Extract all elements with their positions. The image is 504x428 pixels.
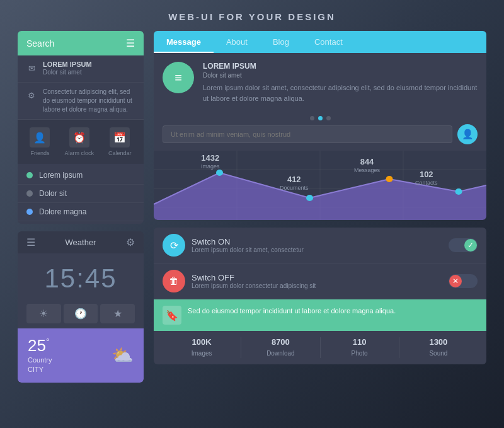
list-item-3[interactable]: Dolore magna — [18, 203, 144, 221]
page-title: WEB-UI FOR YOUR DESIGN — [168, 11, 336, 22]
hamburger-weather-icon[interactable]: ☰ — [26, 236, 35, 248]
list-item-1-text: Lorem ipsum — [39, 171, 83, 180]
message-body: ≡ LOREM IPSUM Dolor sit amet Lorem ipsum… — [154, 53, 486, 112]
weather-header: ☰ Weather ⚙ — [18, 231, 144, 253]
dot-blue — [26, 209, 33, 215]
search-item-2-text: Consectetur adipiscing elit, sed do eius… — [43, 88, 136, 114]
message-content: LOREM IPSUM Dolor sit amet Lorem ipsum d… — [203, 62, 478, 103]
friends-label: Friends — [30, 150, 49, 156]
search-input[interactable] — [163, 125, 452, 143]
stat-sound-num: 1300 — [399, 337, 478, 347]
message-search: 👤 — [163, 124, 478, 144]
search-button[interactable]: 👤 — [457, 124, 478, 144]
dot-1 — [310, 116, 314, 120]
calendar-label: Calendar — [108, 150, 132, 156]
message-dots — [154, 112, 486, 124]
message-tabs: Message About Blog Contact — [154, 31, 486, 53]
stat-photo-num: 110 — [321, 337, 399, 347]
tab-about[interactable]: About — [214, 31, 260, 53]
calendar-icon-col[interactable]: 📅 Calendar — [108, 127, 132, 156]
dot-green — [26, 172, 33, 178]
item-2-subtitle: Consectetur adipiscing elit, sed do eius… — [43, 88, 136, 114]
weather-temp-row: 25° Country CITY ⛅ — [18, 328, 144, 383]
data-point-4 — [455, 188, 462, 195]
stat-sound-label: Sound — [429, 350, 447, 357]
weather-time: 15:45 — [18, 253, 144, 299]
toggle-off-knob: ✕ — [449, 275, 462, 287]
friends-icon: 👤 — [30, 127, 50, 147]
chart-svg — [154, 151, 486, 220]
star-icon[interactable]: ★ — [100, 304, 135, 323]
msg-text: Lorem ipsum dolor sit amet, consectetur … — [203, 83, 478, 103]
stat-download: 8700 Download — [241, 337, 320, 358]
toggle-on[interactable]: ✓ — [449, 238, 478, 252]
search-item-1[interactable]: ✉ LOREM IPSUM Dolor sit amet — [18, 55, 144, 83]
switch-off-icon: 🗑 — [163, 270, 185, 292]
search-items: ✉ LOREM IPSUM Dolor sit amet ⚙ Consectet… — [18, 55, 144, 120]
temp-location: Country CITY — [28, 356, 52, 375]
tab-blog[interactable]: Blog — [260, 31, 302, 53]
dot-3 — [326, 116, 331, 120]
bookmark-icon: 🔖 — [163, 306, 181, 325]
hamburger-icon[interactable]: ☰ — [126, 37, 135, 49]
switch-off-name: Switch OFF — [192, 273, 442, 282]
clock-icon[interactable]: 🕐 — [64, 304, 98, 323]
toggle-on-knob: ✓ — [464, 239, 477, 252]
weather-title: Weather — [66, 238, 96, 247]
data-point-1 — [216, 170, 223, 176]
info-bar: 🔖 Sed do eiusmod tempor incididunt ut la… — [154, 299, 486, 331]
right-column: Message About Blog Contact ≡ LOREM IPSUM… — [154, 31, 486, 383]
list-item-3-text: Dolore magna — [39, 207, 86, 216]
switch-panel: ⟳ Switch ON Lorem ipsum dolor sit amet, … — [154, 228, 486, 364]
icon-row: 👤 Friends ⏰ Alarm clock 📅 Calendar — [18, 120, 144, 164]
weather-panel: ☰ Weather ⚙ 15:45 ☀ 🕐 ★ 25° Country CITY — [18, 231, 144, 383]
message-avatar: ≡ — [163, 62, 194, 93]
switch-on-info: Switch ON Lorem ipsum dolor sit amet, co… — [192, 237, 442, 253]
search-item-1-text: LOREM IPSUM Dolor sit amet — [43, 61, 92, 77]
friends-icon-col[interactable]: 👤 Friends — [30, 127, 50, 156]
puzzle-icon: ⚙ — [25, 89, 38, 101]
alarm-label: Alarm clock — [64, 150, 94, 156]
item-1-title: LOREM IPSUM — [43, 61, 92, 68]
switch-off-desc: Lorem ipsum dolor consectetur adipiscing… — [192, 282, 442, 289]
chart-area: 1432 Images 412 Documents 844 Messages 1… — [154, 151, 486, 220]
switch-on-name: Switch ON — [192, 237, 442, 246]
alarm-icon-col[interactable]: ⏰ Alarm clock — [64, 127, 94, 156]
stat-sound: 1300 Sound — [399, 337, 478, 358]
temp-display: 25° Country CITY — [28, 336, 52, 375]
temp-number: 25° — [28, 336, 50, 355]
stat-download-num: 8700 — [241, 337, 319, 347]
dot-gray — [26, 190, 33, 197]
tab-message[interactable]: Message — [154, 31, 214, 53]
tab-contact[interactable]: Contact — [302, 31, 355, 53]
switch-on-icon: ⟳ — [163, 234, 185, 257]
stat-images-label: Images — [192, 350, 212, 357]
sun-icon[interactable]: ☀ — [26, 304, 61, 323]
list-item-2[interactable]: Dolor sit — [18, 185, 144, 203]
list-items: Lorem ipsum Dolor sit Dolore magna — [18, 164, 144, 224]
list-item-2-text: Dolor sit — [39, 189, 67, 198]
switch-on-desc: Lorem ipsum dolor sit amet, consectetur — [192, 246, 442, 253]
message-panel: Message About Blog Contact ≡ LOREM IPSUM… — [154, 31, 486, 220]
toggle-off[interactable]: ✕ — [449, 274, 478, 288]
alarm-icon: ⏰ — [69, 127, 89, 147]
search-title: Search — [26, 38, 54, 49]
dot-2-active — [318, 116, 323, 120]
stats-row: 100K Images 8700 Download 110 Photo 1300… — [154, 331, 486, 364]
gear-weather-icon[interactable]: ⚙ — [126, 236, 135, 248]
cloud-icon: ⛅ — [112, 345, 134, 366]
list-item-1[interactable]: Lorem ipsum — [18, 166, 144, 185]
data-point-2 — [306, 195, 313, 201]
stat-images: 100K Images — [163, 337, 241, 358]
calendar-icon: 📅 — [110, 127, 130, 147]
stat-photo: 110 Photo — [321, 337, 399, 358]
switch-off-row: 🗑 Switch OFF Lorem ipsum dolor consectet… — [154, 263, 486, 299]
msg-subtitle: Dolor sit amet — [203, 72, 478, 79]
search-item-2[interactable]: ⚙ Consectetur adipiscing elit, sed do ei… — [18, 83, 144, 120]
switch-off-info: Switch OFF Lorem ipsum dolor consectetur… — [192, 273, 442, 289]
data-point-3 — [386, 176, 393, 182]
search-header: Search ☰ — [18, 31, 144, 55]
msg-title: LOREM IPSUM — [203, 62, 478, 71]
info-bar-text: Sed do eiusmod tempor incididunt ut labo… — [188, 306, 396, 316]
item-1-subtitle: Dolor sit amet — [43, 68, 92, 77]
